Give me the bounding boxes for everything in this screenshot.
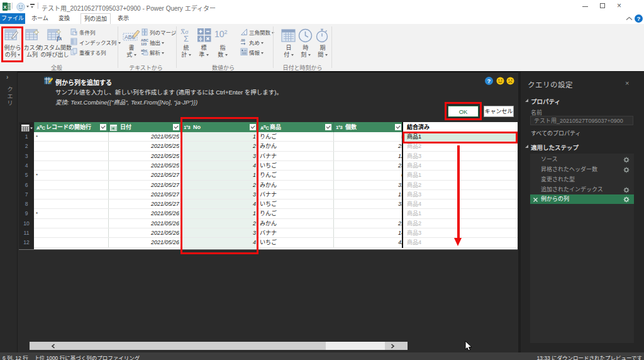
svg-text:.00: .00 bbox=[240, 38, 245, 42]
svg-text:123: 123 bbox=[141, 42, 147, 45]
svg-text:fx: fx bbox=[57, 35, 62, 42]
svg-text:X: X bbox=[3, 4, 7, 10]
svg-text:Σ: Σ bbox=[184, 34, 189, 43]
svg-text:abc: abc bbox=[141, 48, 148, 52]
svg-text:?: ? bbox=[75, 31, 77, 35]
